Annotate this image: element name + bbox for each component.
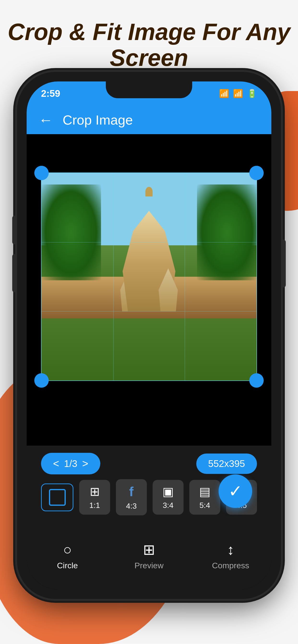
phone-frame: 2:59 📶 📶 🔋 ← Crop Image [17,72,281,599]
image-area [27,134,271,446]
preview-icon: ⊞ [143,541,155,558]
size-badge: 552x395 [196,454,257,474]
tab-circle-label: Circle [57,561,78,570]
power-button [281,240,286,288]
ratio-btn-free[interactable] [41,484,73,511]
phone-mockup: 2:59 📶 📶 🔋 ← Crop Image [17,72,281,599]
grid-line-v1 [113,173,113,380]
crop-box[interactable] [41,172,257,381]
top-bar: ← Crop Image [27,106,271,134]
tab-circle[interactable]: ○ Circle [27,542,108,570]
check-icon: ✓ [228,481,243,501]
notch [106,82,192,98]
ratio-btn-5-4[interactable]: ▤ 5:4 [189,480,220,514]
ratio-label-1-1: 1:1 [89,501,100,510]
grid-line-h1 [42,242,256,242]
volume-up-button [12,216,17,244]
ratio-btn-1-1[interactable]: ⊞ 1:1 [79,480,110,514]
phone-screen: 2:59 📶 📶 🔋 ← Crop Image [27,82,271,590]
page-prev-next[interactable]: < 1/3 > [41,453,100,474]
bottom-controls: < 1/3 > 552x395 ⊞ 1:1 [27,446,271,590]
ratio-icon-1-1: ⊞ [90,485,100,498]
crop-dark-top [27,134,271,172]
page-title: Crop & Fit Image For Any Screen [0,19,298,71]
compress-icon: ↕ [227,542,234,558]
handle-bottom-right[interactable] [249,373,264,388]
ratio-btn-4-3[interactable]: f 4:3 [116,479,147,515]
circle-icon: ○ [63,542,72,558]
signal-icon: 📶 [233,89,243,98]
status-time: 2:59 [41,88,60,99]
battery-icon: 🔋 [247,89,257,98]
wifi-icon: 📶 [219,89,229,98]
handle-top-right[interactable] [249,166,264,180]
tab-preview-label: Preview [135,561,164,570]
page-prev-icon: < [53,458,59,470]
page-next-icon: > [82,458,88,470]
ratio-label-5-4: 5:4 [199,501,210,510]
crop-dark-bottom [27,383,271,446]
back-button[interactable]: ← [39,112,53,128]
handle-bottom-left[interactable] [34,373,49,388]
ratio-icon-4-3: f [129,484,133,499]
free-crop-icon [49,489,66,506]
ratio-label-4-3: 4:3 [126,502,136,510]
tab-compress-label: Compress [212,561,249,570]
tab-compress[interactable]: ↕ Compress [190,542,271,570]
ratio-label-3-4: 3:4 [163,501,173,510]
tab-preview[interactable]: ⊞ Preview [108,541,190,570]
screen-title: Crop Image [63,112,133,128]
crop-overlay [27,134,271,446]
tab-bar: ○ Circle ⊞ Preview ↕ Compress [27,536,271,575]
grid-line-h2 [42,311,256,312]
status-icons: 📶 📶 🔋 [219,89,257,98]
confirm-fab[interactable]: ✓ [219,474,252,508]
volume-down-button [12,254,17,292]
page-indicator-row: < 1/3 > 552x395 [27,453,271,474]
page-number: 1/3 [64,458,77,469]
ratio-btn-3-4[interactable]: ▣ 3:4 [153,480,184,514]
ratio-icon-3-4: ▣ [163,485,174,498]
grid-line-v2 [185,173,185,380]
ratio-icon-5-4: ▤ [199,485,210,498]
handle-top-left[interactable] [34,166,49,180]
